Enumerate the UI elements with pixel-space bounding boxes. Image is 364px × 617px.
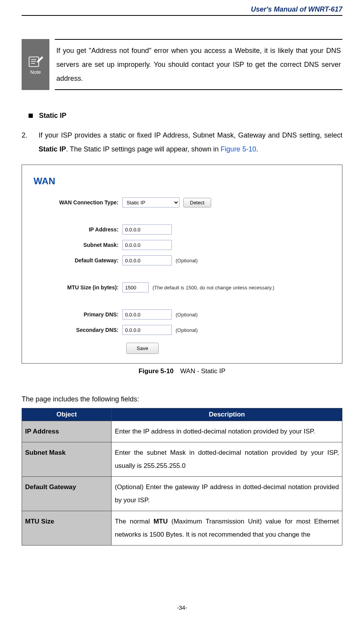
hint-optional-pdns: (Optional)	[176, 312, 198, 318]
label-secondary-dns: Secondary DNS:	[34, 327, 122, 333]
hint-optional-gw: (Optional)	[176, 258, 198, 263]
secondary-dns-input[interactable]	[122, 325, 172, 335]
detect-button[interactable]: Detect	[183, 198, 211, 207]
step-number: 2.	[22, 128, 39, 142]
panel-title: WAN	[34, 176, 330, 187]
label-mask: Subnet Mask:	[34, 242, 122, 248]
th-object: Object	[22, 408, 112, 421]
table-row: MTU Size The normal MTU (Maximum Transmi…	[22, 511, 342, 546]
th-description: Description	[112, 408, 342, 421]
desc-part-a: The normal	[115, 518, 153, 525]
label-primary-dns: Primary DNS:	[34, 311, 122, 318]
table-row: Default Gateway (Optional) Enter the gat…	[22, 477, 342, 511]
running-header: User's Manual of WNRT-617	[22, 5, 342, 16]
step-text-c: . The Static IP settings page will appea…	[66, 145, 221, 153]
desc-bold: MTU	[154, 518, 168, 525]
cell-object: MTU Size	[22, 511, 112, 546]
note-icon: Note	[22, 39, 49, 90]
table-row: Subnet Mask Enter the subnet Mask in dot…	[22, 442, 342, 477]
hint-optional-sdns: (Optional)	[176, 327, 198, 333]
step-text-d: .	[256, 145, 258, 153]
pencil-note-icon	[28, 54, 43, 68]
figure-reference-link[interactable]: Figure 5-10	[221, 145, 256, 153]
note-text: If you get "Address not found" error whe…	[55, 39, 342, 90]
fields-table: Object Description IP Address Enter the …	[22, 408, 342, 546]
note-label: Note	[30, 69, 41, 75]
label-conn-type: WAN Connection Type:	[34, 199, 122, 206]
subnet-mask-input[interactable]	[122, 240, 172, 250]
primary-dns-input[interactable]	[122, 309, 172, 320]
cell-description: Enter the subnet Mask in dotted-decimal …	[112, 442, 342, 477]
embedded-screenshot: WAN WAN Connection Type: Static IP Detec…	[22, 165, 342, 364]
default-gateway-input[interactable]	[122, 255, 172, 265]
cell-description: The normal MTU (Maximum Transmission Uni…	[112, 511, 342, 546]
cell-description: (Optional) Enter the gateway IP address …	[112, 477, 342, 511]
page-number: -34-	[0, 604, 364, 611]
cell-object: Subnet Mask	[22, 442, 112, 477]
label-gateway: Default Gateway:	[34, 257, 122, 263]
hint-mtu: (The default is 1500, do not change unle…	[152, 285, 274, 291]
cell-object: Default Gateway	[22, 477, 112, 511]
section-heading: Static IP	[39, 112, 66, 120]
label-ip: IP Address:	[34, 226, 122, 233]
label-mtu: MTU Size (in bytes):	[34, 284, 122, 291]
step-text-a: If your ISP provides a static or fixed I…	[39, 131, 342, 139]
fields-intro: The page includes the following fields:	[22, 395, 342, 403]
save-button[interactable]: Save	[126, 343, 159, 354]
step-2: 2.If your ISP provides a static or fixed…	[22, 128, 342, 156]
ip-address-input[interactable]	[122, 224, 172, 235]
cell-object: IP Address	[22, 421, 112, 442]
wan-connection-type-select[interactable]: Static IP	[122, 197, 179, 207]
note-callout: Note If you get "Address not found" erro…	[22, 39, 342, 90]
caption-bold: Figure 5-10	[139, 367, 174, 375]
bullet-square-icon	[29, 114, 33, 118]
mtu-size-input[interactable]	[122, 282, 149, 292]
caption-rest: WAN - Static IP	[174, 367, 225, 375]
step-bold: Static IP	[39, 145, 66, 153]
cell-description: Enter the IP address in dotted-decimal n…	[112, 421, 342, 442]
table-row: IP Address Enter the IP address in dotte…	[22, 421, 342, 442]
figure-caption: Figure 5-10 WAN - Static IP	[22, 367, 342, 375]
